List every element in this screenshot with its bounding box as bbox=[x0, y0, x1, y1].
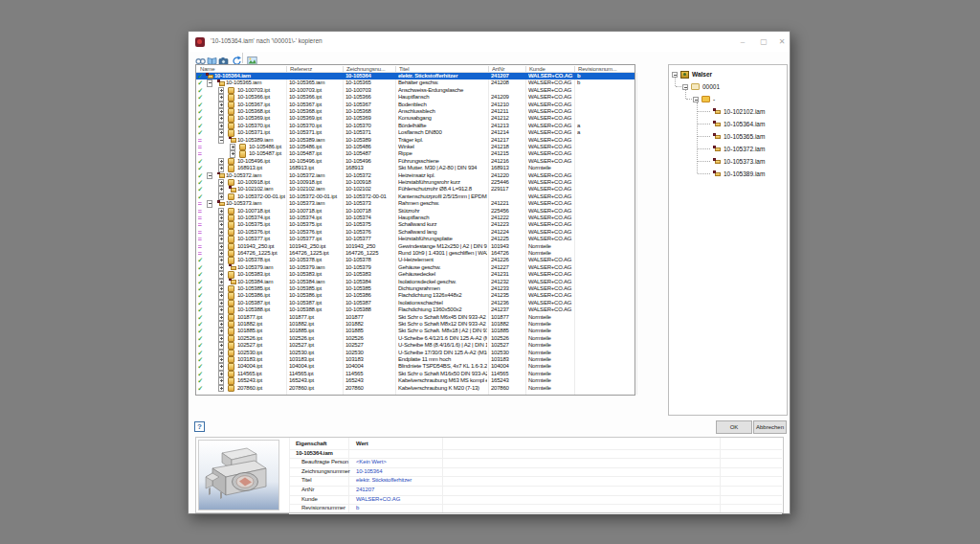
minimize-button[interactable]: – bbox=[736, 35, 749, 48]
expander-icon[interactable] bbox=[207, 79, 212, 86]
table-row[interactable]: ✓10-105388.ipt10-105388.ipt10-105388Flac… bbox=[196, 306, 635, 313]
link-icon[interactable] bbox=[195, 53, 206, 63]
expander-icon[interactable] bbox=[218, 108, 224, 115]
tree-node[interactable]: 10-105365.iam bbox=[669, 130, 787, 143]
expander-icon[interactable] bbox=[218, 285, 224, 292]
table-row[interactable]: =10-105375.ipt10-105375.ipt10-105375Scha… bbox=[196, 221, 635, 228]
expander-icon[interactable] bbox=[218, 371, 224, 377]
expander-icon[interactable] bbox=[218, 243, 224, 250]
column-separator[interactable] bbox=[395, 66, 396, 72]
expander-icon[interactable] bbox=[218, 356, 224, 363]
expander-icon[interactable] bbox=[218, 186, 224, 193]
column-separator[interactable] bbox=[286, 66, 287, 72]
expander-icon[interactable] bbox=[218, 102, 224, 108]
table-row[interactable]: ✓10-105368.ipt10-105368.ipt10-105368Ansc… bbox=[196, 108, 635, 115]
image-icon[interactable] bbox=[247, 53, 257, 63]
table-row[interactable]: ✓207860.ipt207860.ipt207860Kabelverschra… bbox=[196, 385, 635, 392]
column-separator[interactable] bbox=[343, 66, 344, 72]
expander-icon[interactable] bbox=[218, 115, 224, 122]
table-row[interactable]: =10-100718.ipt10-100718.ipt10-100718Stüt… bbox=[196, 208, 635, 215]
table-row[interactable]: ✓10-105385.ipt10-105385.ipt10-105385Dich… bbox=[196, 285, 635, 292]
table-row[interactable]: ✓114565.ipt114565.ipt114565Skt Schr o Sc… bbox=[196, 371, 635, 377]
expander-icon[interactable] bbox=[218, 271, 224, 278]
table-row[interactable]: ✓10-105496.ipt10-105496.ipt10-105496Führ… bbox=[196, 158, 635, 165]
expander-icon[interactable] bbox=[218, 328, 224, 334]
expander-icon[interactable] bbox=[218, 236, 224, 242]
column-separator[interactable] bbox=[525, 66, 526, 72]
table-row[interactable]: ✓102526.ipt102526.ipt102526U-Scheibe 6.4… bbox=[196, 335, 635, 342]
table-row[interactable]: ✓10-105372.iam10-105372.iam10-105372Heiz… bbox=[196, 172, 635, 179]
tree-node[interactable]: Walser bbox=[669, 68, 787, 80]
table-row[interactable]: ✓10-105364.iam10-105364elektr. Stickstof… bbox=[196, 73, 635, 79]
expander-icon[interactable] bbox=[218, 321, 224, 328]
column-header[interactable]: ArtNr bbox=[492, 65, 523, 73]
maximize-button[interactable]: ▢ bbox=[757, 35, 770, 48]
expander-icon[interactable] bbox=[218, 123, 224, 129]
table-row[interactable]: =10-105373.iam10-105373.iam10-105373Rahm… bbox=[196, 200, 635, 207]
expander-icon[interactable] bbox=[230, 144, 235, 150]
expander-icon[interactable] bbox=[693, 97, 699, 102]
expander-icon[interactable] bbox=[218, 292, 224, 299]
expander-icon[interactable] bbox=[218, 165, 224, 171]
expander-icon[interactable] bbox=[218, 350, 224, 356]
column-separator[interactable] bbox=[488, 66, 489, 72]
table-row[interactable]: ✓10-105372-00-01.ipt10-105372-00-01.ipt1… bbox=[196, 193, 635, 200]
help-icon[interactable]: ? bbox=[194, 421, 205, 432]
camera-icon[interactable] bbox=[218, 53, 229, 63]
table-row[interactable]: ✓165243.ipt165243.ipt165243Kabelverschra… bbox=[196, 377, 635, 384]
table-row[interactable]: ✓10-105370.ipt10-105370.ipt10-105370Börd… bbox=[196, 123, 635, 129]
table-row[interactable]: ✓10-105378.ipt10-105378.ipt10-105378U-He… bbox=[196, 257, 635, 263]
table-row[interactable]: =164726_1225.ipt164726_1225.ipt164726_12… bbox=[196, 250, 635, 257]
table-row[interactable]: =10-105486.ipt10-105486.ipt10-105486Wink… bbox=[196, 144, 635, 150]
book-icon[interactable] bbox=[207, 53, 217, 63]
ok-button[interactable]: OK bbox=[716, 420, 752, 434]
expander-icon[interactable] bbox=[230, 150, 235, 157]
column-separator[interactable] bbox=[574, 66, 575, 72]
expander-icon[interactable] bbox=[218, 335, 224, 342]
tree-node[interactable]: 10-105373.iam bbox=[669, 155, 787, 168]
table-row[interactable]: ✓103183.ipt103183.ipt103183Endplatte 11 … bbox=[196, 356, 635, 363]
table-row[interactable]: =10-105389.iam10-105389.iam10-105389Träg… bbox=[196, 137, 635, 144]
table-row[interactable]: ✓10-105365.iam10-105365.iam10-105365Behä… bbox=[196, 79, 635, 86]
expander-icon[interactable] bbox=[218, 250, 224, 257]
expander-icon[interactable] bbox=[218, 306, 224, 313]
table-row[interactable]: =10-105487.ipt10-105487.ipt10-105487Ripp… bbox=[196, 150, 635, 157]
expander-icon[interactable] bbox=[218, 363, 224, 370]
table-row[interactable]: ✓10-102102.iam10-102102.iam10-102102Fühl… bbox=[196, 186, 635, 193]
expander-icon[interactable] bbox=[218, 193, 224, 200]
table-row[interactable]: ✓10-105386.ipt10-105386.ipt10-105386Flac… bbox=[196, 292, 635, 299]
column-header[interactable]: Revisionsnum... bbox=[578, 65, 635, 73]
table-row[interactable]: =10-105377.ipt10-105377.ipt10-105377Heiz… bbox=[196, 236, 635, 242]
column-header[interactable]: Zeichnungsnu... bbox=[346, 65, 393, 73]
expander-icon[interactable] bbox=[218, 229, 224, 236]
table-row[interactable]: ✓101877.ipt101877.ipt101877Skt Schr o Sc… bbox=[196, 314, 635, 321]
expander-icon[interactable] bbox=[218, 314, 224, 321]
expander-icon[interactable] bbox=[218, 279, 224, 285]
table-row[interactable]: ✓10-105367.ipt10-105367.ipt10-105367Bode… bbox=[196, 102, 635, 108]
table-row[interactable]: =101943_250.ipt101943_250.ipt101943_250G… bbox=[196, 243, 635, 250]
expander-icon[interactable] bbox=[672, 72, 678, 78]
expander-icon[interactable] bbox=[218, 208, 224, 215]
table-row[interactable]: ✓10-100703.ipt10-100703.ipt10-100703Ansc… bbox=[196, 87, 635, 94]
table-row[interactable]: ✓168913.ipt168913.ipt168913Skt Mutter. M… bbox=[196, 165, 635, 171]
expander-icon[interactable] bbox=[218, 221, 224, 228]
expander-icon[interactable] bbox=[207, 172, 212, 179]
close-button[interactable]: ✕ bbox=[775, 35, 789, 48]
expander-icon[interactable] bbox=[218, 87, 224, 94]
column-header[interactable]: Titel bbox=[399, 65, 486, 73]
table-row[interactable]: ✓10-105384.iam10-105384.iam10-105384Isol… bbox=[196, 279, 635, 285]
column-header[interactable]: Referenz bbox=[290, 65, 341, 73]
expander-icon[interactable] bbox=[218, 264, 224, 271]
table-row[interactable]: ✓10-105387.ipt10-105387.ipt10-105387Isol… bbox=[196, 300, 635, 306]
expander-icon[interactable] bbox=[218, 377, 224, 384]
tree-node[interactable]: - bbox=[669, 93, 787, 105]
table-row[interactable]: ✓10-105379.iam10-105379.iam10-105379Gehä… bbox=[196, 264, 635, 271]
expander-icon[interactable] bbox=[218, 215, 224, 221]
tree-node[interactable]: 10-105364.iam bbox=[669, 118, 787, 130]
column-header[interactable]: Kunde bbox=[529, 65, 572, 73]
table-row[interactable]: ✓10-105383.ipt10-105383.ipt10-105383Gehä… bbox=[196, 271, 635, 278]
table-row[interactable]: ✓10-105369.ipt10-105369.ipt10-105369Konu… bbox=[196, 115, 635, 122]
column-header[interactable]: Name bbox=[200, 65, 284, 73]
expander-icon[interactable] bbox=[218, 137, 224, 144]
expander-icon[interactable] bbox=[682, 84, 688, 90]
